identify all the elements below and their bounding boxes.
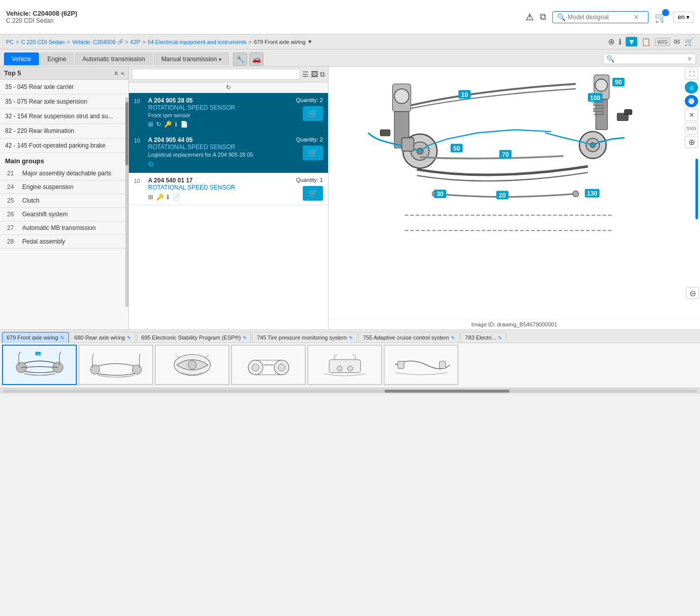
tab-vehicle[interactable]: Vehicle (4, 53, 39, 65)
sidebar-collapse-btn[interactable]: ∧ (114, 69, 119, 77)
svg-rect-9 (402, 137, 414, 151)
part-item-3[interactable]: 10 A 204 540 01 17 ROTATIONAL SPEED SENS… (129, 173, 328, 205)
part-key-icon-1[interactable]: 🔑 (164, 121, 172, 128)
parts-image-icon[interactable]: 🖼 (311, 70, 318, 78)
warning-icon[interactable]: ⚠ (526, 12, 534, 23)
bottom-tab-755-edit[interactable]: ✎ (451, 335, 455, 341)
parts-copy-icon[interactable]: ⧉ (320, 70, 325, 79)
lang-selector[interactable]: en ▾ (673, 12, 694, 23)
add-cart-btn-2[interactable]: 🛒 (303, 146, 323, 160)
sidebar-scrollbar[interactable] (125, 97, 128, 307)
diag-clock-icon[interactable]: 🕐 (685, 95, 698, 107)
part-info-2: A 204 905 44 05 ROTATIONAL SPEED SENSOR … (148, 136, 292, 168)
bottom-tab-680[interactable]: 680 Rear axle wiring ✎ (70, 332, 135, 343)
thumb-695[interactable] (155, 345, 229, 385)
zoom-slider[interactable] (695, 159, 698, 219)
scrollbar-thumb[interactable] (385, 390, 509, 393)
copy-icon[interactable]: ⧉ (540, 12, 546, 22)
sidebar-item-rear-axle-carrier[interactable]: 35 - 045 Rear axle carrier (0, 80, 128, 94)
part-info-icon-1[interactable]: ℹ (175, 121, 177, 128)
add-cart-btn-1[interactable]: 🛒 (303, 106, 323, 121)
svg-point-48 (347, 366, 352, 371)
search-clear-icon[interactable]: ✕ (633, 13, 639, 21)
svg-point-14 (573, 191, 579, 197)
header: Vehicle: C204008 (62P) C 220 CDI Sedan ⚠… (0, 0, 700, 34)
thumb-679[interactable]: 10 (2, 345, 77, 385)
cart-bc-icon[interactable]: 🛒 (684, 37, 694, 46)
thumb-745[interactable] (231, 345, 306, 385)
parts-search-input[interactable] (132, 69, 300, 80)
model-search-input[interactable] (568, 14, 633, 21)
thumb-680[interactable] (78, 345, 153, 385)
bottom-tab-695[interactable]: 695 Electronic Stability Program (ESP®) … (136, 332, 251, 343)
sidebar-close-btn[interactable]: « (121, 69, 124, 77)
part-sub-2: Logistical replacement for A 204 905 28 … (148, 152, 292, 158)
breadcrumb-dropdown-icon[interactable]: ▼ (307, 39, 312, 44)
diag-zoom-out-btn[interactable]: ⊖ (686, 287, 699, 299)
bottom-tab-745[interactable]: 745 Tire pressure monitoring system ✎ (252, 332, 357, 343)
scrollbar-area[interactable] (0, 388, 700, 394)
part-item-1[interactable]: 10 A 204 905 28 05 ROTATIONAL SPEED SENS… (129, 93, 328, 132)
breadcrumb-pc[interactable]: PC (6, 39, 14, 45)
diag-close-btn[interactable]: ✕ (685, 109, 698, 121)
diag-svg-btn[interactable]: SVG (685, 122, 698, 134)
scrollbar-track[interactable] (3, 390, 697, 393)
tab-search-input[interactable] (616, 56, 687, 63)
tab-icon-car[interactable]: 🚗 (249, 53, 263, 66)
part-doc-icon-3[interactable]: 📄 (172, 194, 180, 201)
sidebar-main-item-26[interactable]: 26 Gearshift system (0, 208, 128, 221)
part-info-icon-3[interactable]: ℹ (167, 194, 169, 201)
part-table-icon-3[interactable]: ⊞ (148, 194, 153, 201)
breadcrumb-c220[interactable]: C 220 CDI Sedan (21, 39, 65, 45)
part-table-icon-1[interactable]: ⊞ (148, 121, 153, 128)
diag-expand-btn[interactable]: ⛶ (685, 68, 698, 80)
sidebar-main-item-28[interactable]: 28 Pedal assembly (0, 235, 128, 249)
bottom-tab-679[interactable]: 679 Front axle wiring ✎ (2, 332, 69, 343)
mail-bc-icon[interactable]: ✉ (674, 37, 680, 46)
sidebar-item-parking-brake[interactable]: 42 - 145 Foot-operated parking brake (0, 138, 128, 153)
diag-zoom-in-btn[interactable]: ⊕ (685, 136, 698, 148)
bottom-tab-745-edit[interactable]: ✎ (349, 335, 353, 341)
sidebar-item-rear-suspension[interactable]: 32 - 154 Rear suspension strut and su... (0, 109, 128, 124)
sidebar-main-item-25[interactable]: 25 Clutch (0, 194, 128, 208)
sidebar: Top 5 ∧ « 35 - 045 Rear axle carrier 35 … (0, 67, 129, 329)
tab-icon-wrench[interactable]: 🔧 (233, 53, 247, 66)
thumb-755[interactable] (307, 345, 382, 385)
bottom-tab-680-edit[interactable]: ✎ (127, 335, 131, 341)
sidebar-main-item-24[interactable]: 24 Engine suspension (0, 180, 128, 194)
add-cart-btn-3[interactable]: 🛒 (303, 186, 323, 201)
wis-bc-icon[interactable]: WIS (655, 38, 670, 46)
diag-circle-icon[interactable]: ◎ (685, 81, 698, 93)
part-item-2[interactable]: 10 A 204 905 44 05 ROTATIONAL SPEED SENS… (129, 132, 328, 173)
bottom-tab-783[interactable]: 783 Electri... ✎ (460, 332, 506, 343)
part-doc-icon-1[interactable]: 📄 (180, 121, 188, 128)
zoom-in-bc-icon[interactable]: ⊕ (608, 37, 615, 46)
breadcrumb-vehicle[interactable]: Vehicle: C204008 🔗 (72, 39, 123, 45)
part-refresh-icon-1[interactable]: ↻ (156, 121, 161, 128)
svg-text:30: 30 (437, 191, 444, 198)
breadcrumb-62p[interactable]: 62P (130, 39, 141, 45)
sidebar-item-rear-illumination[interactable]: 82 - 220 Rear illumination (0, 124, 128, 138)
tab-automatic[interactable]: Automatic transmission (75, 53, 153, 65)
parts-list-icon[interactable]: ☰ (302, 70, 309, 78)
mg-label-27: Automatic MB transmission (22, 224, 96, 231)
part-sub-1: Front rpm sensor (148, 112, 292, 118)
bottom-tab-695-edit[interactable]: ✎ (243, 335, 247, 341)
bottom-tab-755[interactable]: 755 Adaptive cruise control system ✎ (358, 332, 459, 343)
bottom-tab-783-edit[interactable]: ✎ (498, 335, 502, 341)
tab-manual[interactable]: Manual transmission ▾ (154, 53, 229, 65)
breadcrumb-electrical[interactable]: 54 Electrical equipment and instruments (148, 39, 247, 45)
info-bc-icon[interactable]: ℹ (619, 37, 622, 46)
cart-header-icon[interactable]: 🛒 (655, 11, 667, 23)
tab-engine[interactable]: Engine (40, 53, 74, 65)
sidebar-main-item-21[interactable]: 21 Major assembly detachable parts (0, 167, 128, 180)
parts-scroll-up[interactable]: ↻ (129, 82, 328, 93)
bottom-tab-679-edit[interactable]: ✎ (60, 335, 64, 341)
sidebar-main-item-27[interactable]: 27 Automatic MB transmission (0, 221, 128, 235)
doc-bc-icon[interactable]: 📋 (641, 37, 651, 46)
tab-search-clear[interactable]: ✕ (687, 55, 692, 63)
part-key-icon-3[interactable]: 🔑 (156, 194, 164, 201)
sidebar-item-rear-axle-suspension[interactable]: 35 - 075 Rear axle suspension (0, 94, 128, 109)
filter-bc-icon[interactable]: ▼ (626, 37, 637, 46)
thumb-783[interactable] (384, 345, 458, 385)
